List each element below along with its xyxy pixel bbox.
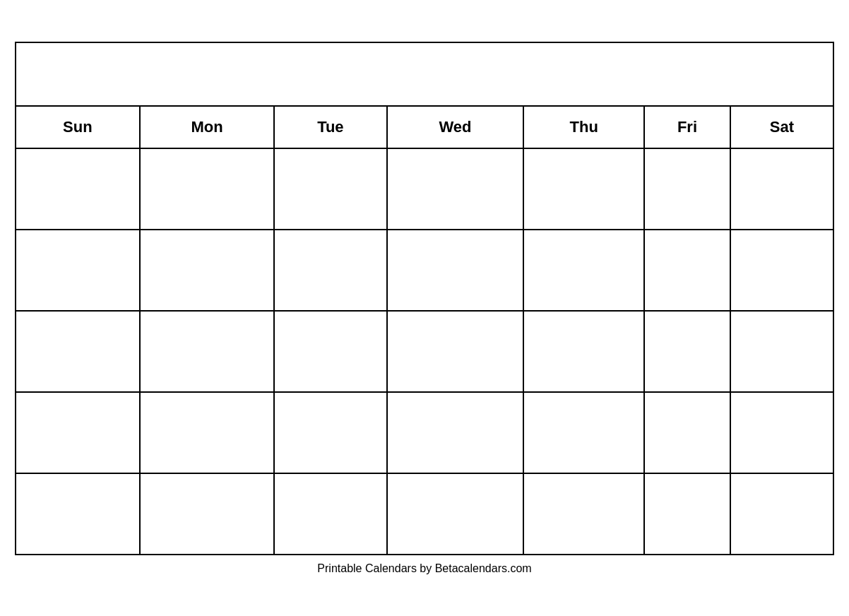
- week-row-2: [16, 230, 833, 311]
- day-cell: [523, 311, 644, 392]
- day-cell: [274, 148, 386, 230]
- day-cell: [140, 392, 274, 473]
- calendar-title-cell: [16, 42, 833, 106]
- day-cell: [387, 392, 524, 473]
- day-header-thu: Thu: [523, 106, 644, 148]
- day-cell: [16, 311, 140, 392]
- week-row-1: [16, 148, 833, 230]
- title-row: [16, 42, 833, 106]
- day-cell: [644, 473, 730, 555]
- day-cell: [16, 148, 140, 230]
- day-cell: [730, 148, 833, 230]
- day-cell: [523, 230, 644, 311]
- day-cell: [140, 473, 274, 555]
- week-row-5: [16, 473, 833, 555]
- day-cell: [730, 311, 833, 392]
- day-cell: [387, 230, 524, 311]
- day-header-sun: Sun: [16, 106, 140, 148]
- day-header-tue: Tue: [274, 106, 386, 148]
- day-cell: [644, 311, 730, 392]
- day-cell: [274, 392, 386, 473]
- day-cell: [730, 392, 833, 473]
- day-cell: [140, 148, 274, 230]
- day-cell: [523, 473, 644, 555]
- day-cell: [387, 473, 524, 555]
- calendar-wrapper: Sun Mon Tue Wed Thu Fri Sat: [15, 42, 834, 575]
- day-header-wed: Wed: [387, 106, 524, 148]
- day-cell: [523, 148, 644, 230]
- day-cell: [644, 392, 730, 473]
- header-row: Sun Mon Tue Wed Thu Fri Sat: [16, 106, 833, 148]
- day-cell: [140, 311, 274, 392]
- day-header-sat: Sat: [730, 106, 833, 148]
- day-cell: [16, 392, 140, 473]
- day-cell: [730, 230, 833, 311]
- calendar-table: Sun Mon Tue Wed Thu Fri Sat: [15, 42, 834, 555]
- day-cell: [274, 473, 386, 555]
- day-cell: [387, 148, 524, 230]
- day-cell: [274, 230, 386, 311]
- day-cell: [730, 473, 833, 555]
- day-cell: [523, 392, 644, 473]
- day-header-fri: Fri: [644, 106, 730, 148]
- day-cell: [16, 230, 140, 311]
- day-cell: [387, 311, 524, 392]
- day-cell: [16, 473, 140, 555]
- day-header-mon: Mon: [140, 106, 274, 148]
- day-cell: [140, 230, 274, 311]
- day-cell: [644, 148, 730, 230]
- week-row-4: [16, 392, 833, 473]
- day-cell: [274, 311, 386, 392]
- day-cell: [644, 230, 730, 311]
- week-row-3: [16, 311, 833, 392]
- footer-text: Printable Calendars by Betacalendars.com: [15, 562, 834, 575]
